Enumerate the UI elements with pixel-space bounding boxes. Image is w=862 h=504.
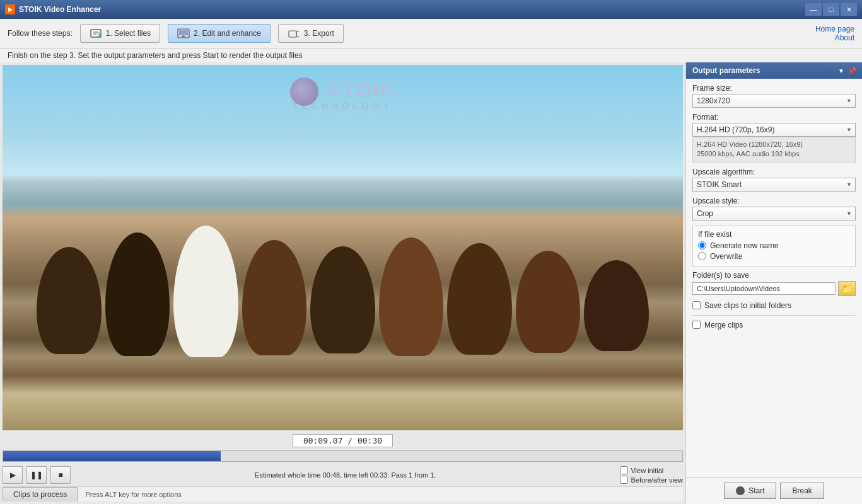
upscale-algo-select-wrapper: STOIK Smart Bilinear Bicubic — [692, 178, 856, 192]
view-initial-checkbox[interactable] — [620, 466, 628, 474]
svg-rect-4 — [179, 30, 188, 35]
homepage-links: Home page About — [815, 25, 854, 42]
browse-folder-button[interactable]: 📁 — [838, 281, 856, 296]
follow-label: Follow these steps: — [8, 29, 73, 38]
app-container: Follow these steps: 1. Select files 2. E… — [0, 19, 862, 504]
upscale-style-select-wrapper: Crop Stretch Letterbox — [692, 207, 856, 220]
main-split: STOIK TECHNOLOGY 00:09.0 — [0, 62, 862, 504]
save-initial-checkbox[interactable] — [692, 301, 701, 309]
stop-button[interactable]: ■ — [50, 466, 71, 484]
step2-button[interactable]: 2. Edit and enhance — [168, 24, 271, 43]
step1-label: 1. Select files — [106, 29, 151, 38]
timecode-display: 00:09.07 / 00:30 — [293, 434, 393, 447]
view-initial-label[interactable]: View initial — [620, 466, 683, 474]
infobar: Finish on the step 3. Set the output par… — [0, 49, 862, 62]
frame-size-label: Frame size: — [692, 84, 856, 93]
folder-row: 📁 — [692, 281, 856, 296]
view-options: View initial Before/after view — [620, 466, 683, 484]
divider — [692, 315, 856, 316]
folder-icon: 📁 — [842, 284, 853, 294]
before-after-checkbox[interactable] — [620, 476, 628, 484]
folder-path-input[interactable] — [692, 282, 836, 295]
progress-bar-container[interactable] — [3, 450, 683, 462]
break-button[interactable]: Break — [780, 483, 824, 499]
status-text: Estimated whole time 00:48, time left 00… — [74, 471, 616, 479]
overwrite-radio[interactable] — [698, 252, 706, 260]
horse-1 — [37, 247, 102, 354]
step1-button[interactable]: 1. Select files — [80, 24, 160, 43]
info-message: Finish on the step 3. Set the output par… — [8, 51, 303, 60]
maximize-button[interactable]: □ — [823, 3, 839, 16]
save-initial-label: Save clips to initial folders — [704, 301, 791, 310]
format-group: Format: H.264 HD (720p, 16x9) H.264 HD (… — [692, 113, 856, 163]
action-buttons: Start Break — [686, 477, 862, 504]
format-select[interactable]: H.264 HD (720p, 16x9) H.264 HD (1080p, 1… — [692, 123, 856, 137]
before-after-label[interactable]: Before/after view — [620, 476, 683, 484]
play-button[interactable]: ▶ — [3, 466, 23, 484]
upscale-style-group: Upscale style: Crop Stretch Letterbox — [692, 197, 856, 220]
merge-clips-checkbox[interactable] — [692, 321, 701, 329]
alt-hint: Press ALT key for more options — [78, 488, 189, 501]
video-area: STOIK TECHNOLOGY 00:09.0 — [0, 62, 685, 504]
save-initial-row[interactable]: Save clips to initial folders — [692, 301, 856, 310]
frame-size-group: Frame size: 1280x720 1920x1080 720x480 6… — [692, 84, 856, 108]
pin-icon[interactable]: 📌 — [848, 67, 856, 74]
horse-7 — [447, 243, 512, 355]
titlebar: ▶ STOIK Video Enhancer — □ ✕ — [0, 0, 862, 19]
horse-8 — [516, 251, 581, 353]
svg-line-8 — [296, 31, 299, 32]
app-icon: ▶ — [5, 4, 15, 14]
collapse-arrow-icon[interactable]: ▼ — [838, 67, 844, 74]
horse-4 — [242, 240, 307, 355]
progress-fill — [3, 451, 221, 461]
horse-9 — [584, 260, 649, 351]
generate-new-label: Generate new name — [710, 241, 779, 250]
minimize-button[interactable]: — — [805, 3, 822, 16]
upscale-algo-select[interactable]: STOIK Smart Bilinear Bicubic — [692, 178, 856, 192]
start-button[interactable]: Start — [724, 483, 776, 499]
homepage-link[interactable]: Home page — [815, 25, 854, 33]
pause-button[interactable]: ❚❚ — [26, 466, 47, 484]
folders-label: Folder(s) to save — [692, 271, 856, 280]
format-label: Format: — [692, 113, 856, 122]
step3-icon — [288, 28, 300, 38]
upscale-algo-label: Upscale algorithm: — [692, 168, 856, 176]
horse-5 — [310, 246, 375, 353]
step2-icon — [177, 28, 190, 38]
break-label: Break — [792, 486, 812, 495]
frame-size-select-wrapper: 1280x720 1920x1080 720x480 640x480 — [692, 94, 856, 108]
bottom-row: Clips to process Press ALT key for more … — [3, 486, 683, 501]
step3-label: 3. Export — [304, 29, 334, 38]
video-container: STOIK TECHNOLOGY — [3, 65, 683, 430]
upscale-algo-group: Upscale algorithm: STOIK Smart Bilinear … — [692, 168, 856, 192]
folders-group: Folder(s) to save 📁 — [692, 271, 856, 296]
merge-clips-label: Merge clips — [704, 321, 743, 329]
svg-line-9 — [296, 36, 299, 37]
transport-row: ▶ ❚❚ ■ Estimated whole time 00:48, time … — [3, 464, 683, 486]
horse-3 — [173, 226, 238, 357]
merge-clips-row[interactable]: Merge clips — [692, 321, 856, 329]
generate-new-option[interactable]: Generate new name — [698, 241, 850, 250]
svg-rect-7 — [289, 31, 296, 37]
step2-label: 2. Edit and enhance — [194, 29, 261, 38]
generate-new-radio[interactable] — [698, 241, 706, 249]
about-link[interactable]: About — [815, 33, 854, 42]
step1-icon — [90, 28, 102, 38]
overwrite-option[interactable]: Overwrite — [698, 252, 850, 261]
if-file-section: If file exist Generate new name Overwrit… — [692, 226, 856, 267]
stepbar: Follow these steps: 1. Select files 2. E… — [0, 19, 862, 49]
close-button[interactable]: ✕ — [841, 3, 857, 16]
format-select-wrapper: H.264 HD (720p, 16x9) H.264 HD (1080p, 1… — [692, 123, 856, 137]
format-description: H.264 HD Video (1280x720, 16x9) 25000 kb… — [692, 137, 856, 163]
clips-tab[interactable]: Clips to process — [3, 487, 78, 501]
start-icon — [736, 486, 745, 495]
upscale-style-select[interactable]: Crop Stretch Letterbox — [692, 207, 856, 220]
overwrite-label: Overwrite — [710, 252, 742, 261]
output-params-title: Output parameters — [692, 66, 760, 75]
right-panel: Output parameters ▼ 📌 Frame size: 1280x7… — [685, 62, 862, 504]
start-label: Start — [748, 486, 764, 495]
frame-size-select[interactable]: 1280x720 1920x1080 720x480 640x480 — [692, 94, 856, 108]
timecode-bar: 00:09.07 / 00:30 — [3, 434, 683, 447]
step3-button[interactable]: 3. Export — [278, 24, 344, 43]
app-title: STOIK Video Enhancer — [19, 5, 101, 14]
